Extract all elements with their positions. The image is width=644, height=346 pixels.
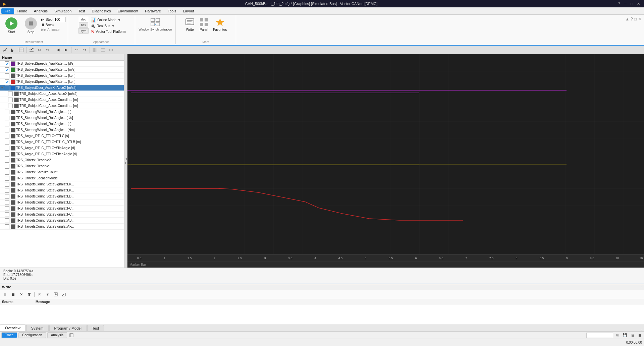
ribbon-expand-icon[interactable]: ▲ <box>625 17 629 21</box>
write-pause-btn[interactable]: ⏸ <box>1 291 9 298</box>
signal-row[interactable]: TRS_TargetsCount_StateSignals::LK... <box>0 181 124 187</box>
signal-row[interactable]: TRS_TargetsCount_StateSignals::LK... <box>0 187 124 193</box>
signal-row[interactable]: TRS_SubjectCoor_Acce::Coordin... [m] <box>0 103 124 109</box>
write-copyall-btn[interactable]: ⎗ <box>44 291 51 298</box>
signal-checkbox[interactable] <box>5 73 9 78</box>
signal-row[interactable]: TRS_TargetsCount_StateSignals::FC... <box>0 212 124 218</box>
trace-open-icon[interactable] <box>69 333 74 338</box>
toolbar-redo[interactable]: ↪ <box>81 46 88 54</box>
signal-checkbox[interactable] <box>5 206 9 211</box>
toolbar-graph-mode[interactable] <box>1 46 9 54</box>
minimize-btn[interactable]: ─ <box>623 2 628 6</box>
signal-checkbox[interactable] <box>5 61 9 66</box>
configuration-tab[interactable]: Configuration <box>18 332 46 338</box>
signal-row[interactable]: TRS_SteeringWheel_RollAngle:... [Nm] <box>0 127 124 133</box>
graph-canvas[interactable] <box>127 54 644 254</box>
toolbar-fit[interactable] <box>28 46 35 54</box>
analysis-tab[interactable]: Analysis <box>47 332 67 338</box>
toolbar-more-options[interactable] <box>107 46 115 54</box>
signal-checkbox[interactable] <box>5 128 9 132</box>
write-copy-btn[interactable]: ⎘ <box>36 291 43 298</box>
signal-checkbox[interactable] <box>5 224 9 229</box>
menu-file[interactable]: File <box>1 8 14 14</box>
write-filter-btn[interactable] <box>25 291 33 298</box>
toolbar-zoom[interactable] <box>17 46 25 54</box>
favorites-btn[interactable]: Favorites <box>211 16 228 33</box>
signal-row[interactable]: TRS_SteeringWheel_RollAngle:... [d] <box>0 109 124 115</box>
signal-row[interactable]: TRS_SubjectSpeeds_YawRate:.... [d/s] <box>0 61 124 67</box>
signal-checkbox[interactable] <box>5 152 9 157</box>
signal-checkbox[interactable] <box>5 218 9 223</box>
signal-checkbox[interactable] <box>5 200 9 205</box>
online-mode-btn[interactable]: 📊 Online Mode ▼ <box>91 17 121 22</box>
menu-layout[interactable]: Layout <box>180 8 198 14</box>
tab-overview[interactable]: Overview <box>0 325 25 331</box>
signal-checkbox[interactable] <box>5 67 9 72</box>
online-mode-arrow[interactable]: ▼ <box>118 18 121 22</box>
tab-arrows-icon[interactable]: ↕ <box>640 328 642 331</box>
signal-row[interactable]: TRS_TargetsCount_StateSignals::AB... <box>0 218 124 224</box>
signal-checkbox[interactable] <box>5 170 9 175</box>
toolbar-prev-signal[interactable]: ◀ <box>54 46 62 54</box>
signal-row[interactable]: TRS_SubjectSpeeds_YawRate:.... [kph] <box>0 73 124 79</box>
signal-list[interactable]: TRS_SubjectSpeeds_YawRate:.... [d/s] TRS… <box>0 61 124 268</box>
toolbar-undo[interactable]: ↩ <box>73 46 80 54</box>
write-stop-btn[interactable]: ⏹ <box>9 291 17 298</box>
signal-row-selected[interactable]: ▼ TRS_SubjectCoor_AcceX::AcceX [m/s2] <box>0 85 124 91</box>
real-bus-btn[interactable]: 🔌 Real Bus ▼ <box>91 24 115 28</box>
menu-diagnostics[interactable]: Diagnostics <box>89 8 114 14</box>
write-expand-icon[interactable]: ↕ <box>640 285 642 289</box>
signal-checkbox[interactable] <box>8 98 13 102</box>
signal-row[interactable]: TRS_Angle_DTLC_TTLC::TTLC [s] <box>0 133 124 139</box>
signal-row[interactable]: TRS_SubjectCoor_Acce::AcceX [m/s2] <box>0 91 124 97</box>
signal-checkbox[interactable] <box>5 116 9 120</box>
trace-stop-btn[interactable]: ⏹ <box>637 332 643 338</box>
trace-monitor-btn[interactable]: 🖥 <box>629 332 635 338</box>
panel-resize-handle[interactable]: ◀ ▶ <box>124 54 127 268</box>
signal-checkbox[interactable] <box>5 194 9 199</box>
signal-row[interactable]: TRS_Angle_DTLC_TTLC::DTLC_DTLB [m] <box>0 139 124 145</box>
signal-row[interactable]: TRS_SubjectSpeeds_YawRate:.... [m/s] <box>0 67 124 73</box>
sym-btn[interactable]: sym <box>78 28 89 34</box>
signal-checkbox[interactable] <box>5 140 9 145</box>
write-import-btn[interactable] <box>60 291 67 298</box>
signal-checkbox[interactable] <box>5 122 9 126</box>
break-label[interactable]: Break <box>46 23 54 27</box>
signal-row[interactable]: TRS_Others::Reserve1 <box>0 163 124 169</box>
stop-button[interactable]: Stop <box>21 16 40 35</box>
write-clear-btn[interactable]: ✕ <box>17 291 25 298</box>
signal-row[interactable]: TRS_Angle_DTLC_TTLC::PitchAngle [d] <box>0 151 124 157</box>
menu-tools[interactable]: Tools <box>164 8 180 14</box>
write-export-btn[interactable] <box>52 291 59 298</box>
signal-row[interactable]: TRS_Others::LocationMode <box>0 175 124 181</box>
menu-simulation[interactable]: Simulation <box>51 8 75 14</box>
toolbar-next-signal[interactable]: ▶ <box>62 46 70 54</box>
dec-btn[interactable]: dec <box>79 17 89 22</box>
signal-row[interactable]: TRS_Angle_DTLC_TTLC::SlipAngle [d] <box>0 145 124 151</box>
signal-checkbox[interactable] <box>5 79 9 84</box>
ribbon-help-icon[interactable]: ? <box>631 17 633 21</box>
signal-checkbox[interactable] <box>8 104 13 108</box>
step-input[interactable] <box>54 17 66 22</box>
hex-btn[interactable]: hex <box>79 22 89 28</box>
toolbar-toggle-view[interactable] <box>91 46 99 54</box>
menu-analysis[interactable]: Analysis <box>31 8 51 14</box>
signal-row[interactable]: TRS_SubjectCoor_Acce::Coordin... [m] <box>0 97 124 103</box>
signal-row[interactable]: TRS_SteeringWheel_RollAngle:... [d] <box>0 121 124 127</box>
signal-checkbox[interactable] <box>5 176 9 181</box>
help-btn[interactable]: ? <box>616 2 621 6</box>
signal-row[interactable]: TRS_SteeringWheel_RollAngle... [d/s] <box>0 115 124 121</box>
close-btn[interactable]: ✕ <box>636 2 641 6</box>
trace-search-input[interactable] <box>586 333 613 338</box>
signal-checkbox[interactable] <box>5 134 9 138</box>
signal-checkbox[interactable] <box>8 92 13 96</box>
write-btn[interactable]: Write <box>183 16 197 33</box>
trace-grid-btn[interactable]: ⊞ <box>614 332 621 338</box>
signal-row[interactable]: TRS_TargetsCount_StateSignals::LD... <box>0 193 124 199</box>
signal-checkbox[interactable] <box>5 182 9 187</box>
tab-test[interactable]: Test <box>87 325 104 331</box>
start-button[interactable]: Start <box>2 16 21 35</box>
signal-checkbox[interactable] <box>5 85 9 90</box>
toolbar-zoom-x[interactable]: X± <box>36 46 43 54</box>
window-controls[interactable]: ? ─ □ ✕ <box>616 2 641 6</box>
